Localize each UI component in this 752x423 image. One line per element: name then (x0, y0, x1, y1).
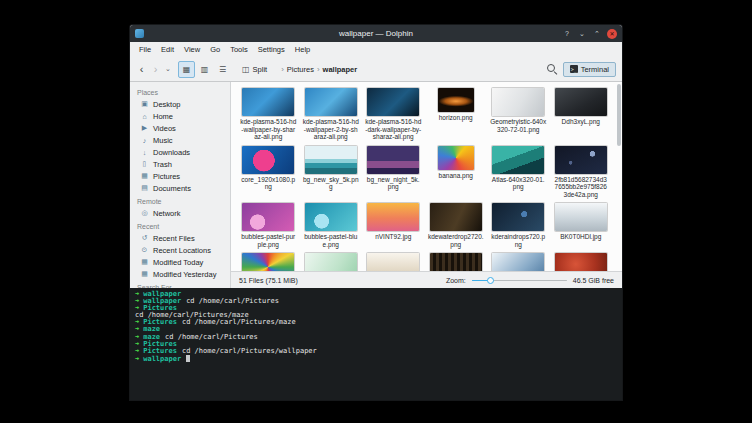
terminal-icon: >_ (570, 65, 578, 73)
sidebar-item-modified-yesterday[interactable]: ▦Modified Yesterday (130, 268, 230, 280)
file-item[interactable]: kdewaterdrop2720.png (427, 203, 486, 248)
sidebar-item-trash[interactable]: ▯Trash (130, 158, 230, 170)
menu-settings[interactable]: Settings (253, 44, 290, 55)
search-button[interactable] (544, 61, 560, 77)
menubar: FileEditViewGoToolsSettingsHelp (130, 42, 622, 57)
sidebar-item-label: Network (153, 209, 181, 218)
icons-view-button[interactable]: ▦ (178, 61, 195, 78)
file-item[interactable]: horizon.png (427, 88, 486, 141)
file-thumbnail (367, 253, 419, 271)
menu-go[interactable]: Go (205, 44, 225, 55)
file-item[interactable] (489, 253, 548, 271)
file-name: kde-plasma-516-hd-wallpaper-2-by-sharaz-… (303, 118, 359, 141)
file-name: Ddh3xyL.png (562, 118, 600, 126)
sidebar-item-videos[interactable]: ▶Videos (130, 122, 230, 134)
sidebar-item-home[interactable]: ⌂Home (130, 110, 230, 122)
file-item[interactable]: core_1920x1080.png (239, 146, 298, 199)
file-item[interactable]: BK0T0HDl.jpg (552, 203, 611, 248)
sidebar-item-label: Recent Locations (153, 246, 211, 255)
back-button[interactable]: ‹ (136, 59, 147, 79)
file-name: bg_new_night_5k.png (365, 176, 421, 191)
terminal-cursor[interactable] (186, 355, 190, 362)
file-item[interactable]: Geometryistic-640x320-72-01.png (489, 88, 548, 141)
downloads-icon: ↓ (140, 149, 149, 156)
menu-file[interactable]: File (134, 44, 156, 55)
vertical-scrollbar[interactable] (617, 84, 621, 269)
file-thumbnail (555, 146, 607, 174)
file-item[interactable]: bubbles-pastel-purple.png (239, 203, 298, 248)
close-button[interactable]: ✕ (607, 29, 617, 39)
sidebar-item-documents[interactable]: ▤Documents (130, 182, 230, 194)
file-item[interactable]: kderaindrops720.png (489, 203, 548, 248)
videos-icon: ▶ (140, 124, 149, 132)
breadcrumb: › Pictures › wallpaper (281, 65, 357, 74)
file-item[interactable]: nVINT92.jpg (364, 203, 423, 248)
chevron-right-icon: › (317, 65, 320, 74)
file-thumbnail (430, 203, 482, 231)
file-item[interactable] (364, 253, 423, 271)
file-item[interactable] (552, 253, 611, 271)
terminal-command: cd /home/carl/Pictures/wallpaper (182, 347, 317, 355)
titlebar[interactable]: wallpaper — Dolphin ?⌄⌃✕ (130, 25, 622, 42)
file-item[interactable]: bg_new_night_5k.png (364, 146, 423, 199)
trash-icon: ▯ (140, 160, 149, 168)
file-grid: kde-plasma-516-hd-wallpaper-by-sharaz-al… (231, 82, 622, 271)
split-button[interactable]: ◫ Split (237, 63, 272, 76)
file-view[interactable]: kde-plasma-516-hd-wallpaper-by-sharaz-al… (231, 82, 622, 271)
terminal-panel[interactable]: ➜wallpaper➜wallpapercd /home/carl/Pictur… (130, 288, 622, 400)
help-button[interactable]: ? (562, 29, 572, 39)
sidebar-item-recent-locations[interactable]: ⊙Recent Locations (130, 244, 230, 256)
file-item[interactable]: Atlas-640x320-01.png (489, 146, 548, 199)
sidebar-item-modified-today[interactable]: ▦Modified Today (130, 256, 230, 268)
file-item[interactable]: banana.png (427, 146, 486, 199)
sidebar-item-music[interactable]: ♪Music (130, 134, 230, 146)
file-item[interactable]: kde-plasma-516-hd-wallpaper-2-by-sharaz-… (302, 88, 361, 141)
sidebar-item-desktop[interactable]: ▣Desktop (130, 98, 230, 110)
zoom-slider[interactable] (472, 275, 567, 285)
sidebar-item-downloads[interactable]: ↓Downloads (130, 146, 230, 158)
minimize-button[interactable]: ⌄ (577, 29, 587, 39)
maximize-button[interactable]: ⌃ (592, 29, 602, 39)
sidebar-item-network[interactable]: ◎Network (130, 207, 230, 219)
file-name: horizon.png (439, 114, 473, 122)
zoom-slider-handle[interactable] (487, 277, 494, 284)
details-view-button[interactable]: ☰ (214, 61, 231, 78)
terminal-command: cd /home/carl/Pictures (165, 333, 258, 341)
split-button-label: Split (253, 65, 268, 74)
sidebar-item-pictures[interactable]: ▦Pictures (130, 170, 230, 182)
sidebar-item-recent-files[interactable]: ↺Recent Files (130, 232, 230, 244)
scrollbar-thumb[interactable] (617, 84, 621, 146)
file-name: bg_new_sky_5k.png (303, 176, 359, 191)
file-thumbnail (367, 146, 419, 174)
search-icon (547, 64, 556, 73)
menu-help[interactable]: Help (290, 44, 315, 55)
file-item[interactable] (427, 253, 486, 271)
terminal-line: ➜mazecd /home/carl/Pictures (135, 334, 617, 341)
menu-view[interactable]: View (179, 44, 205, 55)
file-thumbnail (555, 88, 607, 116)
terminal-toggle-button[interactable]: >_ Terminal (563, 62, 616, 77)
sidebar-section-search-for: Search For (130, 280, 230, 288)
sidebar-item-label: Trash (153, 160, 172, 169)
breadcrumb-parent[interactable]: Pictures (287, 65, 314, 74)
forward-button[interactable]: › (150, 59, 161, 79)
file-item[interactable]: bg_new_sky_5k.png (302, 146, 361, 199)
file-name: kdewaterdrop2720.png (428, 233, 484, 248)
file-item[interactable] (239, 253, 298, 271)
menu-tools[interactable]: Tools (225, 44, 253, 55)
file-thumbnail (492, 146, 544, 174)
terminal-line: ➜Picturescd /home/carl/Pictures/maze (135, 319, 617, 326)
file-item[interactable]: kde-plasma-516-hd-wallpaper-by-sharaz-al… (239, 88, 298, 141)
sidebar-item-label: Videos (153, 124, 176, 133)
compact-view-button[interactable]: ▥ (196, 61, 213, 78)
menu-edit[interactable]: Edit (156, 44, 179, 55)
history-dropdown-icon[interactable]: ⌄ (164, 65, 172, 73)
file-item[interactable]: Ddh3xyL.png (552, 88, 611, 141)
file-item[interactable]: bubbles-pastel-blue.png (302, 203, 361, 248)
breadcrumb-current[interactable]: wallpaper (323, 65, 358, 74)
file-item[interactable]: kde-plasma-516-hd-dark-wallpaper-by-shar… (364, 88, 423, 141)
file-thumbnail (492, 203, 544, 231)
sidebar-item-label: Home (153, 112, 173, 121)
file-item[interactable] (302, 253, 361, 271)
file-item[interactable]: 2fb81d5682734d37655bb2e975f8263de42a.png (552, 146, 611, 199)
